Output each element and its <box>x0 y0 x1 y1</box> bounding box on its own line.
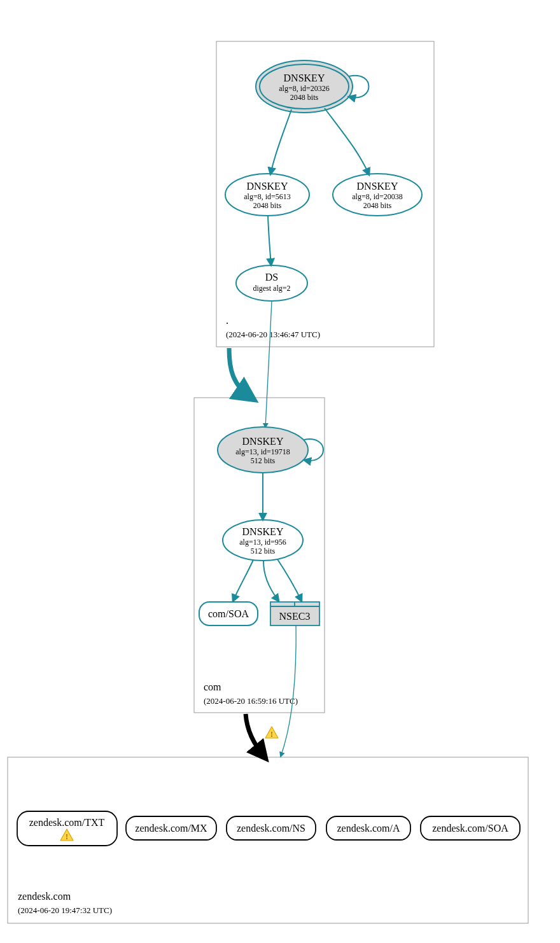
node-root-zsk1: DNSKEY alg=8, id=5613 2048 bits <box>225 174 309 216</box>
root-zsk1-line2: alg=8, id=5613 <box>244 192 291 201</box>
edge-com-zsk-to-soa <box>233 560 253 601</box>
node-zendesk-ns: zendesk.com/NS <box>227 816 316 840</box>
zone-root-label: . <box>226 315 228 326</box>
root-zsk2-title: DNSKEY <box>357 181 398 192</box>
node-zendesk-txt: zendesk.com/TXT ! <box>17 811 117 846</box>
node-zendesk-mx: zendesk.com/MX <box>126 816 216 840</box>
zendesk-soa-label: zendesk.com/SOA <box>432 823 508 834</box>
zendesk-mx-label: zendesk.com/MX <box>135 823 207 834</box>
com-nsec3-label: NSEC3 <box>279 611 311 622</box>
root-zsk2-line3: 2048 bits <box>363 201 392 210</box>
com-ksk-line3: 512 bits <box>251 456 276 465</box>
root-zsk2-line2: alg=8, id=20038 <box>352 192 403 201</box>
node-zendesk-a: zendesk.com/A <box>326 816 410 840</box>
edge-ksk-to-zsk2 <box>325 108 369 175</box>
node-zendesk-soa: zendesk.com/SOA <box>421 816 520 840</box>
warning-icon: ! <box>265 727 278 739</box>
com-ksk-title: DNSKEY <box>242 436 284 447</box>
com-zsk-title: DNSKEY <box>242 526 284 537</box>
root-ksk-line3: 2048 bits <box>290 93 319 102</box>
edge-com-zsk-to-nsec3-a <box>263 561 279 601</box>
edge-com-zsk-to-nsec3-b <box>277 559 302 601</box>
node-com-zsk: DNSKEY alg=13, id=956 512 bits <box>223 520 303 561</box>
root-ksk-line2: alg=8, id=20326 <box>279 84 330 93</box>
zendesk-a-label: zendesk.com/A <box>337 823 400 834</box>
root-ds-title: DS <box>265 272 278 283</box>
zendesk-ns-label: zendesk.com/NS <box>237 823 305 834</box>
node-root-ds: DS digest alg=2 <box>236 265 307 301</box>
com-zsk-line2: alg=13, id=956 <box>239 538 286 547</box>
zone-zendesk-label: zendesk.com <box>18 891 71 902</box>
root-ksk-title: DNSKEY <box>284 73 325 83</box>
edge-com-to-zendesk-delegation <box>246 714 265 757</box>
edge-nsec3-to-zendesk <box>281 625 296 757</box>
zone-com-label: com <box>204 681 221 692</box>
node-com-nsec3: NSEC3 <box>270 602 319 625</box>
node-root-ksk: DNSKEY alg=8, id=20326 2048 bits <box>256 60 353 113</box>
edge-ksk-to-zsk1 <box>270 109 291 174</box>
node-root-zsk2: DNSKEY alg=8, id=20038 2048 bits <box>333 174 422 216</box>
edge-ds-to-com-ksk <box>265 301 272 428</box>
node-com-soa: com/SOA <box>199 602 258 625</box>
edge-zsk1-to-ds <box>268 216 271 265</box>
zone-com-timestamp: (2024-06-20 16:59:16 UTC) <box>204 696 298 706</box>
svg-text:!: ! <box>66 832 68 841</box>
node-com-ksk: DNSKEY alg=13, id=19718 512 bits <box>218 427 308 473</box>
root-ds-line2: digest alg=2 <box>253 284 290 293</box>
zone-root-timestamp: (2024-06-20 13:46:47 UTC) <box>226 330 320 339</box>
edge-root-to-com-delegation <box>229 348 252 398</box>
root-zsk1-title: DNSKEY <box>247 181 288 192</box>
zone-zendesk-timestamp: (2024-06-20 19:47:32 UTC) <box>18 905 112 915</box>
zendesk-txt-label: zendesk.com/TXT <box>29 817 105 828</box>
com-zsk-line3: 512 bits <box>251 547 276 555</box>
com-ksk-line2: alg=13, id=19718 <box>235 447 290 456</box>
svg-text:!: ! <box>270 730 273 739</box>
root-zsk1-line3: 2048 bits <box>253 201 282 210</box>
com-soa-label: com/SOA <box>208 608 249 619</box>
svg-point-4 <box>236 265 307 301</box>
